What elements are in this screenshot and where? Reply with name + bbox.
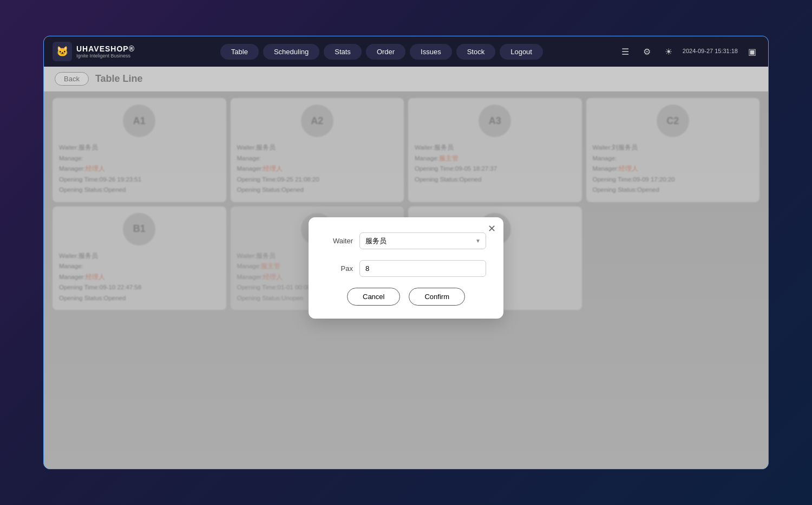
header-right: ☰ ⚙ ☀ 2024-09-27 15:31:18 ▣ xyxy=(618,44,759,59)
modal-pax-row: Pax xyxy=(326,260,486,277)
nav-btn-issues[interactable]: Issues xyxy=(410,44,452,60)
nav-btn-scheduling[interactable]: Scheduling xyxy=(263,44,319,60)
pax-input[interactable] xyxy=(359,260,486,277)
waiter-label: Waiter xyxy=(326,237,353,245)
content-area: Back Table Line A1Waiter:服务员Manage:Manag… xyxy=(44,67,768,469)
app-window: 🐱 UHAVESHOP® Ignite Inteligent Business … xyxy=(43,36,769,469)
nav-btn-logout[interactable]: Logout xyxy=(500,44,543,60)
datetime: 2024-09-27 15:31:18 xyxy=(683,47,738,55)
logo-text: UHAVESHOP® xyxy=(76,44,135,53)
pax-label: Pax xyxy=(326,264,353,273)
display-icon[interactable]: ▣ xyxy=(744,44,759,59)
modal-buttons: Cancel Confirm xyxy=(326,288,486,306)
waiter-select-wrapper: 服务员 刘服务员 ▼ xyxy=(359,232,486,249)
modal-overlay: ✕ Waiter 服务员 刘服务员 ▼ Pax xyxy=(44,67,768,469)
nav-btn-stats[interactable]: Stats xyxy=(324,44,362,60)
logo-area: 🐱 UHAVESHOP® Ignite Inteligent Business xyxy=(53,42,135,61)
cancel-button[interactable]: Cancel xyxy=(347,288,400,306)
logo-icon: 🐱 xyxy=(53,42,72,61)
nav-btn-table[interactable]: Table xyxy=(220,44,259,60)
nav-btn-stock[interactable]: Stock xyxy=(456,44,496,60)
modal-close-button[interactable]: ✕ xyxy=(488,223,496,235)
settings-icon[interactable]: ⚙ xyxy=(639,44,654,59)
modal-dialog: ✕ Waiter 服务员 刘服务员 ▼ Pax xyxy=(309,217,503,319)
logo-text-area: UHAVESHOP® Ignite Inteligent Business xyxy=(76,44,135,59)
waiter-select[interactable]: 服务员 刘服务员 xyxy=(359,232,486,249)
modal-waiter-row: Waiter 服务员 刘服务员 ▼ xyxy=(326,232,486,249)
header: 🐱 UHAVESHOP® Ignite Inteligent Business … xyxy=(44,36,768,67)
logo-sub: Ignite Inteligent Business xyxy=(76,53,135,59)
nav-btn-order[interactable]: Order xyxy=(366,44,405,60)
nav-buttons: TableSchedulingStatsOrderIssuesStockLogo… xyxy=(152,44,611,60)
confirm-button[interactable]: Confirm xyxy=(409,288,465,306)
menu-icon[interactable]: ☰ xyxy=(618,44,633,59)
brightness-icon[interactable]: ☀ xyxy=(661,44,676,59)
